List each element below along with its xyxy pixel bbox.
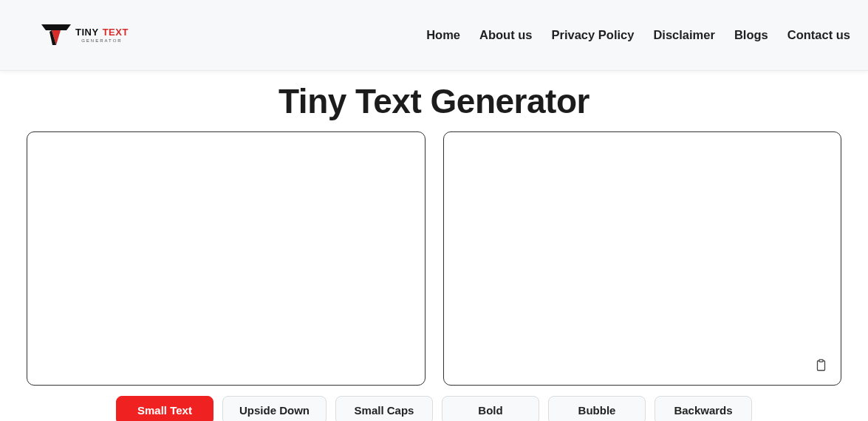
btn-small-caps[interactable]: Small Caps	[335, 396, 433, 421]
nav-contact[interactable]: Contact us	[787, 28, 850, 42]
page-title: Tiny Text Generator	[27, 81, 841, 121]
nav-disclaimer[interactable]: Disclaimer	[653, 28, 714, 42]
svg-rect-3	[817, 360, 824, 370]
clipboard-icon	[816, 359, 827, 372]
nav-home[interactable]: Home	[426, 28, 460, 42]
btn-small-text[interactable]: Small Text	[116, 396, 213, 421]
output-text[interactable]	[444, 132, 841, 385]
main-nav: Home About us Privacy Policy Disclaimer …	[426, 28, 850, 42]
copy-button[interactable]	[813, 357, 829, 373]
nav-blogs[interactable]: Blogs	[734, 28, 768, 42]
logo-text: TINY TEXT GENERATOR	[75, 27, 129, 43]
btn-upside-down[interactable]: Upside Down	[222, 396, 327, 421]
logo[interactable]: TINY TEXT GENERATOR	[18, 23, 129, 48]
text-panes	[27, 131, 841, 386]
logo-sub: GENERATOR	[75, 38, 129, 43]
input-pane	[27, 131, 426, 386]
header: TINY TEXT GENERATOR Home About us Privac…	[0, 0, 868, 71]
svg-rect-4	[819, 359, 823, 361]
style-buttons: Small Text Upside Down Small Caps Bold B…	[27, 396, 841, 421]
output-pane	[443, 131, 842, 386]
btn-bold[interactable]: Bold	[442, 396, 539, 421]
svg-marker-0	[41, 24, 71, 30]
nav-privacy[interactable]: Privacy Policy	[552, 28, 635, 42]
btn-bubble[interactable]: Bubble	[548, 396, 646, 421]
logo-mark-icon	[41, 23, 72, 48]
logo-word1: TINY	[75, 27, 99, 37]
input-textarea[interactable]	[27, 132, 425, 385]
nav-about[interactable]: About us	[479, 28, 533, 42]
btn-backwards[interactable]: Backwards	[655, 396, 752, 421]
logo-word2: TEXT	[103, 27, 129, 37]
main-content: Tiny Text Generator Small Text Upside Do…	[0, 81, 868, 421]
